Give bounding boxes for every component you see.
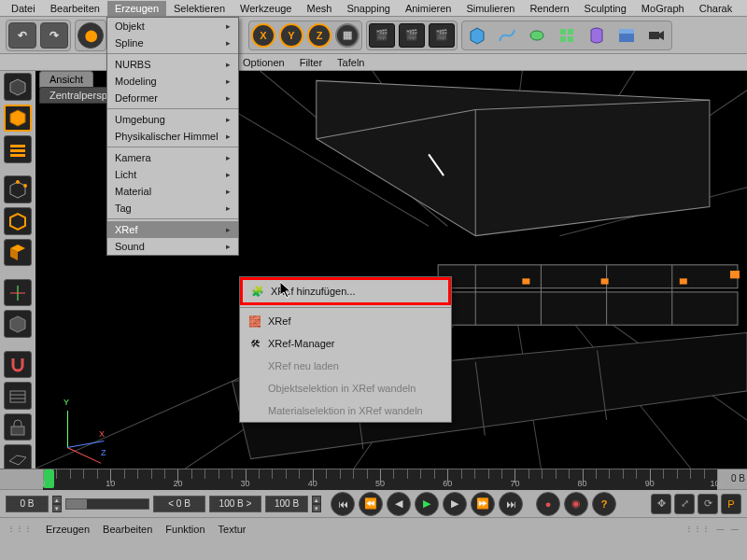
next-frame-button[interactable]: ▶ <box>443 492 467 516</box>
dd-xref[interactable]: XRef <box>107 221 238 238</box>
menu-sculpting[interactable]: Sculpting <box>577 1 634 16</box>
spline-primitive[interactable] <box>494 23 520 48</box>
frame-range-left[interactable]: < 0 B <box>153 496 205 512</box>
render-settings-button[interactable]: 🎬 <box>429 23 455 48</box>
ruler-label: 0 <box>40 479 45 488</box>
sm-xref-manager[interactable]: 🛠 XRef-Manager <box>240 332 451 355</box>
menu-datei[interactable]: Datei <box>4 1 43 16</box>
polygons-mode-icon[interactable] <box>4 239 32 267</box>
matbar-erzeugen[interactable]: Erzeugen <box>46 524 90 535</box>
next-key-button[interactable]: ⏩ <box>471 492 495 516</box>
array-primitive[interactable] <box>554 23 580 48</box>
kf-param-icon[interactable]: P <box>721 494 741 514</box>
redo-button[interactable]: ↷ <box>40 22 68 49</box>
workplane-icon[interactable] <box>4 382 32 410</box>
dd-licht[interactable]: Licht <box>107 166 238 183</box>
deformer-primitive[interactable] <box>584 23 610 48</box>
play-button[interactable]: ▶ <box>415 492 439 516</box>
dd-spline[interactable]: Spline <box>107 35 238 51</box>
frame-end-field[interactable]: 100 B <box>265 496 308 512</box>
keyframe-options-button[interactable]: ? <box>592 492 616 516</box>
ruler-label: 20 <box>173 479 182 488</box>
menu-simulieren[interactable]: Simulieren <box>458 1 522 16</box>
nurbs-primitive[interactable] <box>524 23 550 48</box>
dd-modeling[interactable]: Modeling <box>107 73 238 90</box>
ruler-label: 50 <box>375 479 385 488</box>
xref-icon: 🧱 <box>247 314 262 329</box>
viewport-tab-ansicht[interactable]: Ansicht <box>39 71 93 88</box>
svg-rect-24 <box>10 391 25 402</box>
dd-physhimmel[interactable]: Physikalischer Himmel <box>107 128 238 145</box>
dd-deformer[interactable]: Deformer <box>107 90 238 106</box>
frame-start-field[interactable]: 0 B <box>6 496 49 512</box>
frame-end-stepper[interactable]: ▴▾ <box>312 496 321 512</box>
dd-objekt[interactable]: Objekt <box>107 18 238 35</box>
menu-mesh[interactable]: Mesh <box>299 1 339 16</box>
goto-end-button[interactable]: ⏭ <box>499 492 523 516</box>
edge-mode-icon[interactable] <box>4 135 32 163</box>
svg-marker-18 <box>10 214 25 230</box>
dd-nurbs[interactable]: NURBS <box>107 56 238 73</box>
menu-erzeugen[interactable]: Erzeugen <box>107 1 166 16</box>
cube-primitive[interactable] <box>464 23 490 48</box>
matbar-funktion[interactable]: Funktion <box>165 524 204 535</box>
camera-primitive[interactable] <box>643 23 669 48</box>
svg-rect-54 <box>601 278 609 284</box>
menu-bearbeiten[interactable]: Bearbeiten <box>43 1 107 16</box>
material-bar-grip[interactable]: ⋮⋮⋮ <box>7 525 33 533</box>
undo-button[interactable]: ↶ <box>8 22 36 49</box>
sm-xref[interactable]: 🧱 XRef <box>240 310 451 332</box>
viewport-menu-filter[interactable]: Filter <box>300 57 322 68</box>
live-select-tool[interactable]: ⬤ <box>78 22 104 49</box>
axis-x-toggle[interactable]: X <box>251 23 275 48</box>
timeline-ruler[interactable]: 0102030405060708090100 <box>43 469 717 490</box>
svg-rect-3 <box>568 29 573 35</box>
points-mode-icon[interactable] <box>4 175 32 203</box>
goto-start-button[interactable]: ⏮ <box>331 492 355 516</box>
axis-gizmo-x-label: X <box>99 429 105 439</box>
locked-workplane-icon[interactable] <box>4 413 32 441</box>
menu-snapping[interactable]: Snapping <box>339 1 398 16</box>
matbar-textur[interactable]: Textur <box>218 524 247 535</box>
axis-z-toggle[interactable]: Z <box>307 23 331 48</box>
render-pv-button[interactable]: 🎬 <box>399 23 425 48</box>
object-mode-icon[interactable] <box>4 105 32 133</box>
dd-umgebung[interactable]: Umgebung <box>107 111 238 128</box>
menu-rendern[interactable]: Rendern <box>522 1 576 16</box>
autokey-button[interactable]: ◉ <box>564 492 588 516</box>
menu-charak[interactable]: Charak <box>692 1 740 16</box>
viewport-menu-optionen[interactable]: Optionen <box>243 57 285 68</box>
prev-frame-button[interactable]: ◀ <box>387 492 411 516</box>
edges-mode-icon[interactable] <box>4 207 32 235</box>
svg-marker-15 <box>10 182 25 198</box>
svg-rect-56 <box>730 271 740 278</box>
axis-y-toggle[interactable]: Y <box>279 23 303 48</box>
timeline-scrollbar[interactable] <box>65 498 149 510</box>
menu-werkzeuge[interactable]: Werkzeuge <box>233 1 299 16</box>
frame-range-right[interactable]: 100 B > <box>209 496 261 512</box>
right-panel-grip[interactable]: ⋮⋮⋮ — — <box>685 525 740 533</box>
menu-mograph[interactable]: MoGraph <box>634 1 692 16</box>
render-view-button[interactable]: 🎬 <box>369 23 395 48</box>
frame-start-stepper[interactable]: ▴▾ <box>52 496 62 512</box>
prev-key-button[interactable]: ⏪ <box>359 492 383 516</box>
menu-animieren[interactable]: Animieren <box>398 1 459 16</box>
kf-scale-icon[interactable]: ⤢ <box>674 494 695 514</box>
dd-tag[interactable]: Tag <box>107 200 238 217</box>
dd-sound[interactable]: Sound <box>107 238 238 255</box>
record-button[interactable]: ● <box>536 492 560 516</box>
enable-axis-icon[interactable] <box>4 279 32 307</box>
dd-kamera[interactable]: Kamera <box>107 149 238 166</box>
matbar-bearbeiten[interactable]: Bearbeiten <box>103 524 152 535</box>
snap-icon[interactable] <box>4 351 32 379</box>
kf-rotate-icon[interactable]: ⟳ <box>698 494 718 514</box>
coord-system-toggle[interactable]: ▦ <box>335 23 359 48</box>
dd-material[interactable]: Material <box>107 183 238 200</box>
model-mode-icon[interactable] <box>4 73 32 101</box>
viewport-solo-icon[interactable] <box>4 310 32 338</box>
kf-move-icon[interactable]: ✥ <box>651 494 671 514</box>
environment-primitive[interactable] <box>613 23 640 48</box>
sm-xref-add[interactable]: 🧩 XRef hinzufügen... <box>240 277 451 305</box>
menu-selektieren[interactable]: Selektieren <box>166 1 233 16</box>
viewport-menu-tafeln[interactable]: Tafeln <box>337 57 364 68</box>
